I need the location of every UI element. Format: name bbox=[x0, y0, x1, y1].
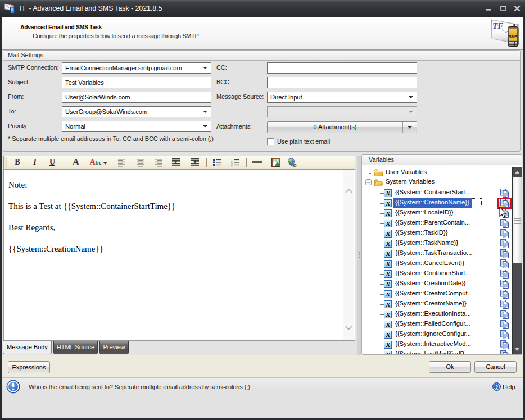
svg-text:SMS: SMS bbox=[509, 34, 518, 39]
svg-text:?: ? bbox=[495, 384, 499, 390]
svg-text:3: 3 bbox=[231, 163, 233, 166]
svg-text:TF: TF bbox=[492, 21, 503, 30]
